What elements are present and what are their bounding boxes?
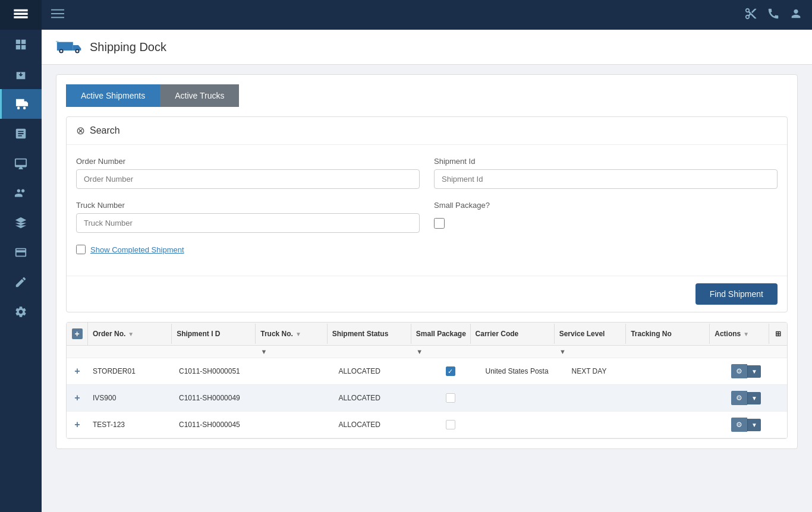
show-completed-label[interactable]: Show Completed Shipment bbox=[90, 245, 184, 254]
shipment-id-input[interactable] bbox=[434, 169, 778, 189]
small-package-label: Small Package? bbox=[434, 201, 778, 210]
form-row-2: Truck Number Small Package? bbox=[76, 201, 778, 233]
filter-small-icon: ▼ bbox=[416, 348, 423, 355]
svg-rect-9 bbox=[51, 17, 64, 18]
th-service-level[interactable]: Service Level bbox=[555, 324, 626, 344]
topbar-left bbox=[51, 7, 64, 23]
table-subheader: ▼ ▼ ▼ bbox=[67, 346, 787, 358]
td-carrier-3 bbox=[481, 419, 567, 431]
td-add-3: + bbox=[67, 413, 88, 436]
action-gear-2[interactable]: ⚙ bbox=[731, 391, 747, 405]
td-shipment-2: C1011-SH0000049 bbox=[174, 388, 260, 408]
action-button-3: ⚙ ▼ bbox=[731, 418, 761, 432]
th-grid[interactable]: ⊞ bbox=[769, 324, 787, 344]
find-shipment-button[interactable]: Find Shipment bbox=[695, 283, 778, 305]
ts-truck: ▼ bbox=[256, 346, 328, 358]
td-small-2 bbox=[420, 387, 481, 409]
order-number-input[interactable] bbox=[76, 169, 420, 189]
th-small-package[interactable]: Small Package bbox=[411, 324, 471, 344]
ts-grid bbox=[769, 349, 787, 354]
th-tracking-no[interactable]: Tracking No bbox=[626, 324, 710, 344]
order-number-group: Order Number bbox=[76, 157, 420, 189]
action-gear-3[interactable]: ⚙ bbox=[731, 418, 747, 432]
th-shipment-id[interactable]: Shipment I D bbox=[172, 324, 256, 344]
tab-active-trucks[interactable]: Active Trucks bbox=[160, 84, 239, 107]
row-expand-1[interactable]: + bbox=[74, 366, 80, 377]
td-add-1: + bbox=[67, 360, 88, 383]
action-dropdown-1[interactable]: ▼ bbox=[747, 365, 761, 378]
table-row: + TEST-123 C1011-SH0000045 ALLOCATED bbox=[67, 412, 787, 438]
ts-status bbox=[328, 349, 411, 354]
main-content: Shipping Dock Active Shipments Active Tr… bbox=[42, 0, 812, 512]
sidebar-item-users[interactable] bbox=[0, 178, 42, 208]
truck-number-label: Truck Number bbox=[76, 201, 420, 210]
sidebar-item-monitor[interactable] bbox=[0, 148, 42, 178]
th-order-no[interactable]: Order No. ▼ bbox=[88, 324, 172, 344]
sidebar-item-layers[interactable] bbox=[0, 208, 42, 238]
add-column-button[interactable]: + bbox=[72, 328, 83, 339]
sidebar-item-inbound[interactable] bbox=[0, 59, 42, 89]
ts-carrier bbox=[471, 349, 555, 354]
sidebar-item-billing[interactable] bbox=[0, 238, 42, 267]
small-package-unchecked-2[interactable] bbox=[446, 393, 455, 403]
truck-number-group: Truck Number bbox=[76, 201, 420, 233]
sort-truck-icon: ▼ bbox=[295, 331, 301, 337]
row-expand-2[interactable]: + bbox=[74, 393, 80, 403]
td-actions-1: ⚙ ▼ bbox=[726, 358, 787, 384]
tabs-container: Active Shipments Active Trucks bbox=[56, 75, 797, 107]
search-section: ⊗ Search Order Number Shipment Id bbox=[66, 116, 788, 312]
svg-point-11 bbox=[60, 50, 62, 52]
small-package-checked-1[interactable] bbox=[446, 366, 455, 376]
action-gear-1[interactable]: ⚙ bbox=[731, 364, 747, 378]
sidebar-item-edit[interactable] bbox=[0, 267, 42, 297]
sidebar-logo bbox=[0, 0, 42, 30]
th-shipment-status[interactable]: Shipment Status bbox=[328, 324, 411, 344]
ts-small: ▼ bbox=[411, 346, 471, 358]
sidebar-item-orders[interactable] bbox=[0, 119, 42, 148]
search-body: Order Number Shipment Id Truck Number bbox=[67, 145, 787, 276]
ts-shipment bbox=[172, 349, 256, 354]
action-dropdown-3[interactable]: ▼ bbox=[747, 419, 761, 431]
grid-icon: ⊞ bbox=[775, 330, 781, 338]
td-service-1: NEXT DAY bbox=[567, 361, 641, 381]
th-carrier-code[interactable]: Carrier Code bbox=[471, 324, 555, 344]
svg-rect-7 bbox=[51, 10, 64, 11]
th-truck-no[interactable]: Truck No. ▼ bbox=[256, 324, 327, 344]
ts-actions bbox=[710, 349, 770, 354]
svg-rect-1 bbox=[14, 13, 27, 15]
small-package-unchecked-3[interactable] bbox=[446, 420, 455, 429]
tab-active-shipments[interactable]: Active Shipments bbox=[66, 84, 160, 107]
action-dropdown-2[interactable]: ▼ bbox=[747, 392, 761, 404]
small-package-checkbox[interactable] bbox=[434, 218, 445, 229]
td-shipment-1: C1011-SH0000051 bbox=[174, 361, 260, 381]
order-number-label: Order Number bbox=[76, 157, 420, 166]
sort-actions-icon: ▼ bbox=[743, 331, 749, 337]
shipment-id-label: Shipment Id bbox=[434, 157, 778, 166]
cut-icon[interactable] bbox=[744, 7, 757, 23]
sidebar bbox=[0, 0, 42, 512]
row-expand-3[interactable]: + bbox=[74, 419, 80, 430]
td-service-2 bbox=[567, 392, 641, 404]
collapse-icon[interactable]: ⊗ bbox=[76, 124, 85, 137]
svg-rect-0 bbox=[14, 10, 27, 12]
show-completed-checkbox[interactable] bbox=[76, 245, 86, 254]
search-header: ⊗ Search bbox=[67, 117, 787, 145]
sidebar-item-dashboard[interactable] bbox=[0, 30, 42, 59]
td-carrier-2 bbox=[481, 392, 567, 404]
table-header: + Order No. ▼ Shipment I D Truck No. ▼ S bbox=[67, 323, 787, 346]
sidebar-item-settings[interactable] bbox=[0, 297, 42, 327]
th-add: + bbox=[67, 323, 88, 345]
action-button-1: ⚙ ▼ bbox=[731, 364, 761, 378]
shipment-id-group: Shipment Id bbox=[434, 157, 778, 189]
truck-number-input[interactable] bbox=[76, 213, 420, 233]
menu-icon[interactable] bbox=[51, 7, 64, 23]
user-icon[interactable] bbox=[789, 7, 802, 23]
ts-service: ▼ bbox=[555, 346, 626, 358]
td-order-2: IVS900 bbox=[88, 388, 174, 408]
page-title: Shipping Dock bbox=[90, 40, 166, 54]
page-header: Shipping Dock bbox=[42, 30, 812, 65]
main-card: Active Shipments Active Trucks ⊗ Search … bbox=[56, 74, 798, 449]
phone-icon[interactable] bbox=[767, 7, 780, 23]
th-actions[interactable]: Actions ▼ bbox=[710, 324, 769, 344]
sidebar-item-shipping[interactable] bbox=[0, 89, 42, 119]
